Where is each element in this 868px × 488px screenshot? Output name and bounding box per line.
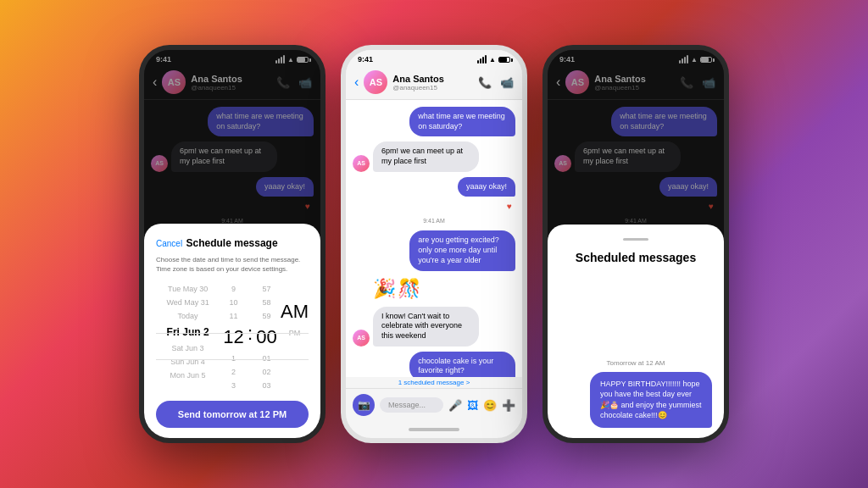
picker-min-5: 02 [253, 365, 281, 379]
picker-date-6: Mon Jun 5 [156, 369, 220, 382]
picker-date-2: Today [156, 309, 220, 323]
photo-icon[interactable]: 🖼 [467, 399, 478, 412]
phone-1: 9:41 ▲ ‹ AS Ana Santos @anaqueen15 [139, 45, 326, 443]
mic-icon[interactable]: 🎤 [448, 399, 462, 412]
msg-row-2-recv-1: AS 6pm! we can meet up at my place first [353, 141, 515, 171]
picker-min-4: 01 [253, 352, 281, 365]
msg-avatar-2-1: AS [353, 155, 370, 172]
bar4-2 [485, 55, 487, 64]
msg-row-2-sent-4: chocolate cake is your favorite right? [353, 352, 515, 377]
modal-header: Cancel Schedule message [156, 237, 309, 249]
picker-ampm-4: PM [281, 326, 309, 340]
bar2-2 [480, 58, 481, 64]
status-icons-2: ▲ [477, 55, 510, 64]
picker-ampm-col[interactable]: AM PM [281, 282, 309, 392]
phone-3: 9:41 ▲ ‹ AS Ana Santos @anaqueen15 [542, 45, 729, 443]
picker-hour-2: 11 [220, 309, 248, 323]
scheduled-msg-time: Tomorrow at 12 AM [559, 359, 712, 367]
picker-date-0: Tue May 30 [156, 282, 220, 296]
scheduled-banner[interactable]: 1 scheduled message > [346, 377, 522, 388]
home-indicator-2 [409, 428, 459, 431]
msg-row-2-sent-3: are you getting excited? only one more d… [353, 230, 515, 270]
msg-bubble-2-sent-3: are you getting excited? only one more d… [409, 230, 515, 270]
picker-min-1: 58 [253, 296, 281, 309]
add-icon[interactable]: ➕ [502, 399, 515, 412]
bar1-2 [477, 60, 479, 64]
picker-date-5: Sun Jun 4 [156, 355, 220, 369]
chat-header-2: ‹ AS Ana Santos @anaqueen15 📞 📹 [346, 65, 522, 100]
emoji-2: 🎊 [398, 278, 420, 300]
status-bar-2: 9:41 ▲ [346, 50, 522, 65]
camera-button-2[interactable]: 📷 [353, 394, 375, 416]
time-picker-container: Tue May 30 Wed May 31 Today Fri Jun 2 Sa… [156, 282, 309, 401]
emoji-icon[interactable]: 😊 [483, 399, 497, 412]
picker-min-col[interactable]: 57 58 59 00 01 02 03 [253, 282, 281, 392]
picker-date-selected: Fri Jun 2 [156, 323, 220, 341]
messages-2: what time are we meeting on saturday? AS… [346, 100, 522, 377]
msg-bubble-2-recv-1: 6pm! we can meet up at my place first [373, 141, 479, 171]
contact-name-2: Ana Santos [392, 74, 473, 84]
scheduled-panel: Scheduled messages Tomorrow at 12 AM HAP… [548, 225, 724, 438]
picker-hour-4: 1 [220, 352, 248, 365]
battery-2 [498, 57, 510, 63]
msg-avatar-2-2: AS [353, 330, 370, 347]
scheduled-msg-container: Tomorrow at 12 AM HAPPY BIRTHDAY!!!!!!! … [559, 359, 712, 428]
msg-row-2-sent-2: yaaay okay! [353, 177, 515, 197]
signal-2 [477, 55, 487, 64]
picker-hour-6: 3 [220, 379, 248, 392]
picker-hour-5: 2 [220, 365, 248, 379]
phone-2: 9:41 ▲ ‹ AS Ana Santos @anaqueen15 [341, 45, 527, 443]
picker-min-2: 59 [253, 309, 281, 323]
picker-ampm-selected: AM [281, 297, 309, 326]
picker-hour-col[interactable]: 9 10 11 12 1 2 3 [220, 282, 248, 392]
wifi-2: ▲ [489, 56, 496, 64]
picker-ampm-6 [281, 345, 309, 350]
emoji-row-2: 🎉 🎊 [373, 278, 515, 300]
picker-hour-1: 10 [220, 296, 248, 309]
picker-min-0: 57 [253, 282, 281, 296]
panel-handle [623, 238, 648, 241]
time-picker: Tue May 30 Wed May 31 Today Fri Jun 2 Sa… [156, 282, 309, 392]
msg-bubble-2-sent-4: chocolate cake is your favorite right? [409, 352, 515, 377]
call-icon-2[interactable]: 📞 [478, 76, 492, 89]
panel-title: Scheduled messages [559, 251, 712, 264]
picker-date-1: Wed May 31 [156, 296, 220, 309]
video-icon-2[interactable]: 📹 [500, 76, 514, 89]
scheduled-msg-row: HAPPY BIRTHDAY!!!!!!! hope you have the … [559, 372, 712, 428]
contact-username-2: @anaqueen15 [392, 84, 473, 92]
msg-bubble-2-recv-2: I know! Can't wait to celebrate with eve… [373, 307, 479, 347]
cancel-button[interactable]: Cancel [156, 239, 182, 248]
picker-min-6: 03 [253, 379, 281, 392]
schedule-modal: Cancel Schedule message Choose the date … [144, 224, 320, 438]
picker-date-4: Sat Jun 3 [156, 341, 220, 355]
send-scheduled-button[interactable]: Send tomorrow at 12 PM [156, 401, 309, 428]
msg-row-2-recv-2: AS I know! Can't wait to celebrate with … [353, 307, 515, 347]
bar3-2 [482, 57, 484, 64]
time-2: 9:41 [358, 55, 373, 64]
header-info-2: Ana Santos @anaqueen15 [392, 74, 473, 92]
avatar-2: AS [364, 70, 387, 94]
input-icons-2: 🎤 🖼 😊 ➕ [448, 399, 515, 412]
heart-2: ♥ [353, 202, 512, 211]
header-actions-2: 📞 📹 [478, 76, 514, 89]
emoji-1: 🎉 [373, 278, 396, 300]
picker-min-selected: 00 [253, 323, 281, 352]
msg-bubble-2-sent-2: yaaay okay! [458, 177, 515, 197]
picker-hour-0: 9 [220, 282, 248, 296]
picker-hour-selected: 12 [220, 323, 248, 352]
msg-input-row-2: 📷 Message... 🎤 🖼 😊 ➕ [346, 388, 522, 421]
msg-row-2-sent-1: what time are we meeting on saturday? [353, 107, 515, 136]
msg-bubble-2-sent-1: what time are we meeting on saturday? [409, 107, 515, 136]
message-input-2[interactable]: Message... [380, 397, 443, 413]
picker-date-col[interactable]: Tue May 30 Wed May 31 Today Fri Jun 2 Sa… [156, 282, 220, 392]
scheduled-msg-bubble: HAPPY BIRTHDAY!!!!!!! hope you have the … [590, 372, 712, 428]
timestamp-2: 9:41 AM [353, 218, 515, 224]
modal-subtitle: Choose the date and time to send the mes… [156, 256, 309, 274]
modal-title: Schedule message [186, 237, 278, 249]
bottom-pill-2 [346, 421, 522, 438]
back-button-2[interactable]: ‹ [354, 75, 359, 90]
